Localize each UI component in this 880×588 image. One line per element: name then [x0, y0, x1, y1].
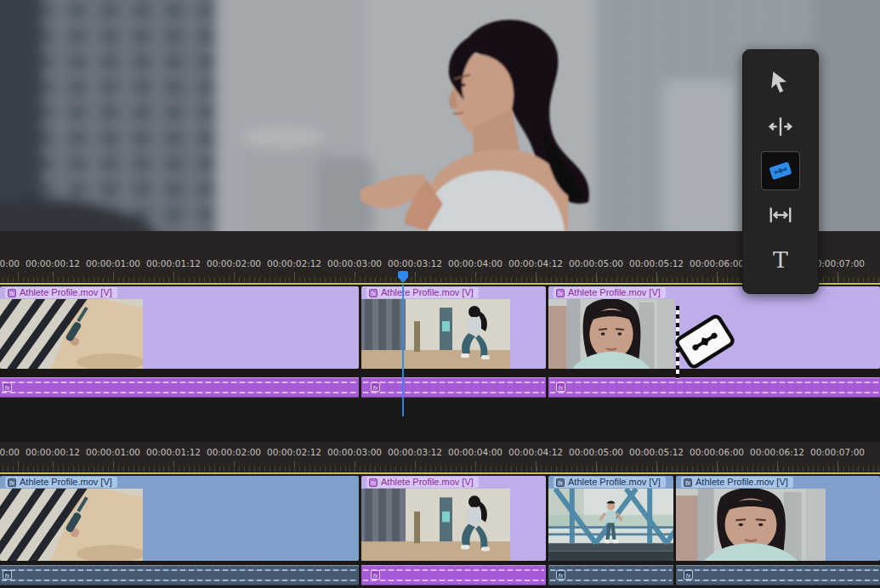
razor-tool[interactable]	[758, 149, 803, 193]
video-clip-1[interactable]: fx Athlete Profile.mov [V]	[0, 286, 359, 369]
audio-clip-2[interactable]: fx	[361, 377, 546, 398]
timecode-label: 00:00:01:12	[146, 447, 201, 457]
ripple-edit-tool[interactable]	[758, 105, 803, 149]
timecode-label: 00:00:00:12	[26, 447, 80, 457]
fx-badge-icon[interactable]: fx	[556, 289, 565, 297]
audio-track-a1: fx fx fx	[0, 377, 880, 398]
selected-tool-highlight	[761, 151, 800, 190]
timecode-label: 00:00:06:00	[690, 258, 744, 269]
razor-blade-icon	[768, 158, 793, 184]
clip-thumbnail-portrait	[548, 299, 674, 369]
selection-tool[interactable]	[758, 60, 803, 105]
clip-thumbnail-portrait	[676, 489, 826, 561]
timecode-label: 00:00:05:12	[629, 258, 684, 269]
fx-badge-icon[interactable]: fx	[369, 289, 378, 297]
audio-clip-3-selected[interactable]: fx	[548, 565, 673, 585]
clip-label: Athlete Profile.mov [V]	[695, 477, 788, 488]
audio-clip-3[interactable]: fx	[548, 377, 880, 398]
selection-arrow-icon	[768, 70, 793, 95]
audio-clip-1[interactable]: fx	[0, 377, 359, 398]
clip-label: Athlete Profile.mov [V]	[568, 287, 661, 298]
fx-badge-icon[interactable]: fx	[8, 289, 16, 297]
timecode-label: 00:00:01:00	[86, 447, 140, 457]
timecode-label: 00:00:02:12	[267, 447, 321, 457]
timecode-label: 00:00:01:00	[86, 258, 140, 269]
type-tool-icon: T	[768, 246, 793, 272]
slip-tool[interactable]	[758, 193, 803, 237]
clip-thumbnail-running	[361, 299, 510, 369]
timecode-label: 00:00:03:00	[327, 258, 382, 269]
timecode-label: 00:00:03:12	[388, 447, 442, 457]
audio-clip-4-selected[interactable]: fx	[676, 565, 880, 585]
timecode-label: 00:00:02:00	[207, 447, 261, 457]
audio-clip-1-selected[interactable]: fx	[0, 565, 359, 585]
svg-text:T: T	[773, 246, 788, 272]
timecode-label: 00:00:04:00	[448, 447, 502, 457]
video-clip-3-selected[interactable]: fx Athlete Profile.mov [V]	[548, 476, 673, 561]
video-track-v1: fx Athlete Profile.mov [V]	[0, 476, 880, 561]
timecode-label: 00:00:04:12	[508, 447, 563, 457]
fx-badge-icon[interactable]: fx	[371, 570, 380, 580]
fx-badge-icon[interactable]: fx	[556, 478, 565, 487]
clip-label: Athlete Profile.mov [V]	[381, 477, 474, 488]
timecode-label: 00:00:03:00	[327, 447, 382, 457]
timecode-label: 00:00:02:12	[267, 258, 321, 269]
video-track-v1: fx Athlete Profile.mov [V]	[0, 286, 880, 369]
fx-badge-icon[interactable]: fx	[684, 570, 693, 580]
slip-icon	[768, 202, 793, 228]
timeline-panel-lower: 00:00:00:00 00:00:00:12 00:00:01:00 00:0…	[0, 442, 880, 588]
clip-thumbnail-bridge	[548, 489, 673, 561]
timecode-label: 00:00:00:00	[0, 447, 20, 457]
fx-badge-icon[interactable]: fx	[556, 382, 565, 392]
tools-panel: T	[742, 49, 819, 294]
timecode-label: 00:00:05:00	[569, 258, 623, 269]
timecode-label: 00:00:05:12	[629, 447, 684, 457]
timeline-ruler[interactable]: 00:00:00:00 00:00:00:12 00:00:01:00 00:0…	[0, 442, 880, 472]
playhead-line	[402, 284, 404, 416]
timecode-label: 00:00:07:00	[810, 447, 865, 457]
video-clip-2[interactable]: fx Athlete Profile.mov [V]	[361, 286, 546, 369]
ruler-ticks	[0, 461, 880, 472]
timecode-label: 00:00:02:00	[207, 258, 261, 269]
video-clip-2[interactable]: fx Athlete Profile.mov [V]	[361, 476, 546, 561]
fx-badge-icon[interactable]: fx	[8, 478, 16, 487]
fx-badge-icon[interactable]: fx	[684, 478, 692, 487]
timecode-label: 00:00:05:00	[569, 447, 623, 457]
ripple-edit-icon	[768, 114, 793, 139]
clip-thumbnail-running	[361, 489, 510, 561]
audio-clip-2[interactable]: fx	[361, 565, 546, 585]
video-clip-1-selected[interactable]: fx Athlete Profile.mov [V]	[0, 476, 359, 561]
fx-badge-icon[interactable]: fx	[3, 382, 12, 392]
timecode-label: 00:00:04:12	[508, 258, 563, 269]
clip-label: Athlete Profile.mov [V]	[20, 477, 112, 488]
timecode-label: 00:00:03:12	[388, 258, 442, 269]
audio-track-a1: fx fx fx fx	[0, 565, 880, 585]
fx-badge-icon[interactable]: fx	[556, 570, 565, 580]
type-tool[interactable]: T	[758, 237, 803, 281]
fx-badge-icon[interactable]: fx	[371, 382, 380, 392]
timecode-label: 00:00:06:12	[750, 447, 804, 457]
clip-thumbnail-rooftop-acro	[0, 489, 143, 561]
fx-badge-icon[interactable]: fx	[369, 478, 378, 487]
timecode-label: 00:00:06:00	[690, 447, 744, 457]
clip-label: Athlete Profile.mov [V]	[20, 287, 112, 298]
timecode-label: 00:00:04:00	[448, 258, 502, 269]
video-clip-4-selected[interactable]: fx Athlete Profile.mov [V]	[676, 476, 880, 561]
video-editor-app: T 00:00:00:00 00:00:00:12 00:00:01:00 00…	[0, 0, 880, 588]
clip-label: Athlete Profile.mov [V]	[568, 477, 661, 488]
timecode-label: 00:00:00:00	[0, 258, 20, 269]
razor-cursor	[671, 311, 739, 372]
work-area-bar	[0, 472, 880, 474]
fx-badge-icon[interactable]: fx	[3, 570, 12, 580]
clip-thumbnail-rooftop-acro	[0, 299, 143, 369]
clip-label: Athlete Profile.mov [V]	[381, 287, 474, 298]
timecode-label: 00:00:01:12	[146, 258, 201, 269]
timecode-label: 00:00:00:12	[26, 258, 80, 269]
